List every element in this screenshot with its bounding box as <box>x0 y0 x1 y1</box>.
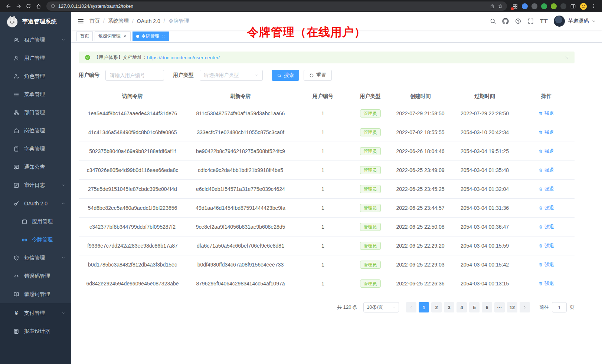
user-type-cell: 管理员 <box>351 236 389 255</box>
share-icon[interactable] <box>490 4 495 9</box>
table-row: 275e5de9151045fe87cbdc395e004f4d e6cfd40… <box>79 180 575 199</box>
force-logout-button[interactable]: 强退 <box>539 186 554 192</box>
sidebar-item-token-management[interactable]: 令牌管理 <box>0 231 71 249</box>
extension-blue-icon[interactable] <box>522 3 528 9</box>
sidebar-item-dictionary-management[interactable]: 字典管理 <box>0 140 71 158</box>
pager-ellipsis[interactable]: ··· <box>494 302 505 312</box>
sidebar-item-application-management[interactable]: 应用管理 <box>0 212 71 231</box>
page-button-4[interactable]: 4 <box>457 302 467 312</box>
sidebar-item-sms-management[interactable]: 短信管理 <box>0 249 71 267</box>
force-logout-button[interactable]: 强退 <box>539 205 554 211</box>
github-icon[interactable] <box>502 18 509 24</box>
extension-gray-icon[interactable] <box>531 3 537 9</box>
org-tree-icon <box>13 110 19 116</box>
page-button-2[interactable]: 2 <box>431 302 442 312</box>
sidebar-collapse-button[interactable] <box>77 18 84 25</box>
user-id-input[interactable] <box>105 70 164 81</box>
force-logout-button[interactable]: 强退 <box>539 261 554 268</box>
app-logo[interactable]: 芋道管理系统 <box>0 12 71 31</box>
user-type-badge: 管理员 <box>360 204 381 212</box>
force-logout-button[interactable]: 强退 <box>539 148 554 155</box>
user-dropdown[interactable]: 芋道源码 <box>554 16 596 27</box>
page-button-1[interactable]: 1 <box>419 302 429 312</box>
force-logout-button[interactable]: 强退 <box>539 242 554 249</box>
tab-home[interactable]: 首页 <box>76 32 93 41</box>
font-size-icon[interactable]: T⊤ <box>540 18 548 24</box>
extension-lightgreen-icon[interactable] <box>551 3 557 9</box>
browser-back-button[interactable] <box>3 1 13 11</box>
alert-close-icon[interactable] <box>565 55 569 60</box>
tab-token-management[interactable]: 令牌管理 <box>132 32 169 41</box>
browser-forward-button[interactable] <box>13 1 23 11</box>
access-token-cell: 502375b8040a469a9b82188afdf6af1f <box>79 142 186 161</box>
menu-list-icon <box>13 92 19 97</box>
force-logout-button[interactable]: 强退 <box>539 129 554 136</box>
page-button-5[interactable]: 5 <box>469 302 480 312</box>
page-size-select[interactable]: 10条/页 <box>363 302 399 312</box>
sidebar-item-announcement[interactable]: 通知公告 <box>0 158 71 176</box>
delete-icon <box>539 262 543 267</box>
browser-reload-button[interactable] <box>23 1 33 11</box>
expire-time-cell: 2054-03-04 01:35:48 <box>451 161 518 180</box>
sidebar-item-user-management[interactable]: 用户管理 <box>0 49 71 67</box>
chevron-down-icon <box>61 183 65 187</box>
browser-home-button[interactable] <box>33 1 43 11</box>
close-icon[interactable] <box>161 34 166 38</box>
action-cell: 强退 <box>518 199 575 218</box>
extension-green-icon[interactable] <box>541 3 547 9</box>
extension-grid-icon[interactable] <box>512 3 518 9</box>
sidebar-item-error-code-management[interactable]: 错误码管理 <box>0 267 71 285</box>
side-panel-icon[interactable] <box>570 3 576 9</box>
breadcrumb-oauth2[interactable]: OAuth 2.0 <box>129 18 160 24</box>
user-id-cell: 1 <box>295 123 351 142</box>
tab-sensitive-words[interactable]: 敏感词管理 <box>95 32 131 41</box>
user-type-badge: 管理员 <box>360 185 381 193</box>
sidebar-item-role-management[interactable]: 角色管理 <box>0 67 71 85</box>
page-button-12[interactable]: 12 <box>507 302 517 312</box>
access-token-cell: f9336e7c7dd242a283ee98dc86b17a87 <box>79 236 186 255</box>
delete-icon <box>539 111 543 116</box>
sidebar-item-department-management[interactable]: 部门管理 <box>0 103 71 122</box>
sidebar-item-tenant-management[interactable]: 租户管理 <box>0 31 71 49</box>
access-token-cell: b0d1785bc3a8482f812db4a3f3bd15ec <box>79 255 186 274</box>
force-logout-button[interactable]: 强退 <box>539 280 554 287</box>
prev-page-button[interactable] <box>406 302 416 312</box>
doc-link[interactable]: https://doc.iocoder.cn/user-center/ <box>147 55 220 60</box>
search-button[interactable]: 搜索 <box>272 70 299 81</box>
force-logout-button[interactable]: 强退 <box>539 167 554 173</box>
help-icon[interactable] <box>515 18 521 24</box>
goto-page-input[interactable] <box>552 302 567 312</box>
profile-avatar[interactable] <box>580 3 587 10</box>
page-button-3[interactable]: 3 <box>444 302 454 312</box>
close-icon[interactable] <box>123 34 127 38</box>
browser-menu-icon[interactable] <box>591 3 596 9</box>
user-type-cell: 管理员 <box>351 161 389 180</box>
force-logout-button[interactable]: 强退 <box>539 224 554 230</box>
site-info-icon[interactable] <box>50 4 55 9</box>
sidebar-item-audit-log[interactable]: 审计日志 <box>0 176 71 194</box>
url-bar[interactable]: 127.0.0.1:1024/system/oauth2/token <box>46 1 507 11</box>
search-icon[interactable] <box>490 18 496 24</box>
expire-time-cell: 2054-03-04 19:51:25 <box>451 142 518 161</box>
breadcrumb-system[interactable]: 系统管理 <box>100 18 129 24</box>
sidebar-item-sensitive-words[interactable]: 敏感词管理 <box>0 285 71 303</box>
breadcrumb-home[interactable]: 首页 <box>89 18 100 24</box>
page-button-6[interactable]: 6 <box>482 302 492 312</box>
sidebar-item-oauth2[interactable]: OAuth 2.0 <box>0 194 71 212</box>
user-avatar <box>554 16 565 27</box>
bookmark-star-icon[interactable] <box>498 4 503 9</box>
user-type-badge: 管理员 <box>360 109 381 118</box>
sidebar-item-post-management[interactable]: 岗位管理 <box>0 122 71 140</box>
fullscreen-icon[interactable] <box>527 18 534 24</box>
sidebar-item-payment-management[interactable]: ¥ 支付管理 <box>0 304 71 322</box>
sidebar-item-menu-management[interactable]: 菜单管理 <box>0 85 71 103</box>
extension-dark-icon[interactable] <box>560 3 566 9</box>
reset-button[interactable]: 重置 <box>304 70 332 81</box>
user-type-select[interactable]: 请选择用户类型 <box>200 70 263 81</box>
force-logout-button[interactable]: 强退 <box>539 110 554 117</box>
sidebar: 芋道管理系统 租户管理 用户管理 角色管理 菜单管理 部门管理 <box>0 12 71 364</box>
screen: 127.0.0.1:1024/system/oauth2/token 芋道管理系… <box>0 0 602 364</box>
sidebar-item-report-designer[interactable]: 报表设计器 <box>0 322 71 340</box>
table-row: 54d6be82ee5a460a9aedc1f9bf223656 49d1aa4… <box>79 199 575 218</box>
next-page-button[interactable] <box>520 302 530 312</box>
